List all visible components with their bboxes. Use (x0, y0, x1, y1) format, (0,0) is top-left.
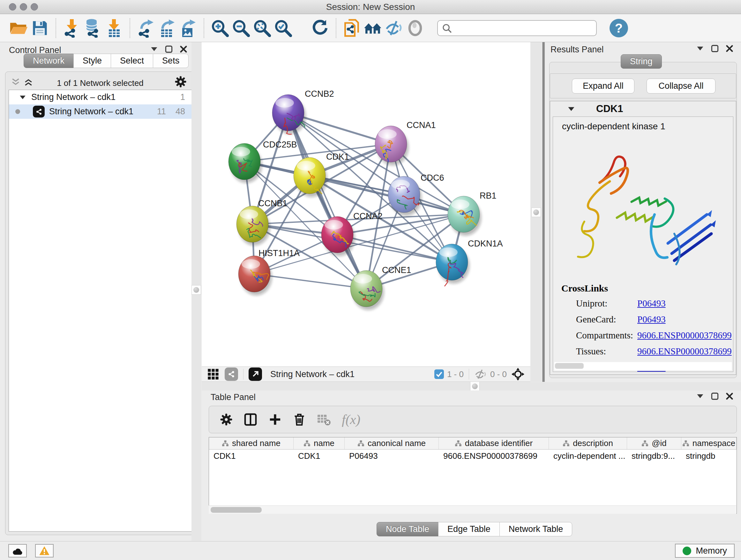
column-header-name[interactable]: name (293, 437, 345, 449)
export-table-button[interactable] (156, 17, 178, 39)
network-collection-row[interactable]: String Network – cdk1 1 (9, 90, 192, 105)
left-splitter-grip[interactable] (192, 285, 201, 295)
tab-style[interactable]: Style (73, 54, 111, 68)
network-node-CDC25B[interactable] (228, 143, 262, 183)
network-node-CCNE1[interactable] (350, 270, 384, 310)
network-row[interactable]: String Network – cdk1 11 48 (9, 105, 192, 119)
table-hscrollbar-thumb[interactable] (211, 507, 262, 513)
create-column-plus-icon[interactable] (268, 413, 282, 426)
open-session-button[interactable] (8, 17, 29, 39)
birds-eye-grid-icon[interactable] (207, 368, 219, 380)
warnings-button[interactable] (35, 544, 54, 557)
column-header-database-identifier[interactable]: database identifier (439, 437, 549, 449)
table-cell[interactable]: CDK1 (293, 449, 345, 462)
table-row[interactable]: CDK1CDK1P064939606.ENSP00000378699cyclin… (209, 449, 737, 462)
table-cell[interactable]: P06493 (345, 449, 439, 462)
network-node-CDC6[interactable] (388, 176, 421, 216)
table-cell[interactable]: CDK1 (209, 449, 293, 462)
table-settings-gear-icon[interactable] (220, 413, 232, 426)
expand-all-button[interactable]: Expand All (572, 78, 634, 94)
delete-table-icon-disabled (317, 413, 331, 426)
table-cell[interactable]: cyclin-dependent ... (549, 449, 627, 462)
panel-menu-caret-icon[interactable] (150, 46, 158, 52)
tab-edge-table[interactable]: Edge Table (438, 522, 500, 537)
panel-menu-caret-icon[interactable] (696, 46, 704, 51)
network-node-CCNA2[interactable] (321, 216, 355, 256)
search-input[interactable] (437, 20, 597, 36)
column-header-namespace[interactable]: namespace (681, 437, 737, 449)
export-image-button[interactable] (178, 17, 199, 39)
right-splitter[interactable] (530, 42, 542, 382)
import-network-file-button[interactable] (61, 17, 82, 39)
column-header-description[interactable]: description (549, 437, 627, 449)
tab-sets[interactable]: Sets (153, 54, 189, 68)
panel-menu-caret-icon[interactable] (696, 393, 704, 399)
crosslink-link[interactable]: P06493 (637, 314, 666, 325)
memory-button[interactable]: Memory (675, 544, 735, 558)
tree-expand-caret-icon[interactable] (19, 95, 26, 100)
crosslink-link[interactable]: P06493 (637, 298, 666, 309)
gene-hscrollbar[interactable] (554, 362, 732, 370)
show-columns-icon[interactable] (244, 413, 258, 427)
network-node-HIST1H1A[interactable] (239, 256, 272, 295)
network-options-gear-icon[interactable] (175, 76, 187, 88)
gene-hscrollbar-thumb[interactable] (555, 363, 584, 369)
tab-string[interactable]: String (621, 54, 662, 69)
network-view-canvas[interactable]: CCNB2CCNA1CDC25BCDK1CDC6RB1CCNB1CCNA2CDK… (202, 42, 530, 367)
column-header-@id[interactable]: @id (627, 437, 681, 449)
zoom-in-button[interactable] (209, 17, 230, 39)
table-cell[interactable]: stringdb:9... (627, 449, 681, 462)
network-node-CDK1[interactable] (293, 158, 327, 197)
export-network-button[interactable] (135, 17, 156, 39)
table-cell[interactable]: stringdb (681, 449, 737, 462)
gene-header-row[interactable]: CDK1 (550, 101, 736, 117)
function-builder-fx-icon: f(x) (342, 412, 360, 427)
import-network-database-button[interactable] (82, 17, 104, 39)
tab-network[interactable]: Network (23, 54, 74, 68)
horizontal-splitter-grip[interactable] (470, 381, 480, 391)
panel-float-icon[interactable] (711, 392, 719, 400)
table-hscrollbar[interactable] (209, 505, 736, 514)
network-view-toolbar: String Network – cdk1 1 - 0 0 - 0 (202, 367, 530, 382)
hidden-eye-slash-icon[interactable] (474, 369, 487, 380)
import-table-file-button[interactable] (104, 17, 125, 39)
network-node-RB1[interactable] (448, 196, 481, 236)
network-node-CCNB2[interactable] (272, 95, 306, 134)
network-badge-gray[interactable] (225, 368, 238, 381)
column-header-canonical-name[interactable]: canonical name (345, 437, 439, 449)
left-splitter[interactable] (192, 42, 201, 541)
enhanced-graphics-toggle-button[interactable] (384, 17, 405, 39)
network-node-CCNA1[interactable] (375, 126, 408, 165)
zoom-out-button[interactable] (230, 17, 252, 39)
panel-float-icon[interactable] (711, 45, 719, 52)
tab-select[interactable]: Select (111, 54, 153, 68)
apply-layout-button[interactable] (310, 17, 331, 39)
zoom-fit-button[interactable] (252, 17, 273, 39)
string-import-button[interactable] (341, 17, 362, 39)
panel-close-icon[interactable] (180, 45, 187, 53)
panel-close-icon[interactable] (726, 392, 733, 400)
panel-float-icon[interactable] (165, 45, 173, 53)
tab-network-table[interactable]: Network Table (499, 522, 572, 537)
crosslink-link[interactable]: 9606.ENSP00000378699 (637, 346, 732, 357)
right-splitter-grip[interactable] (531, 207, 541, 217)
horizontal-splitter[interactable] (202, 382, 741, 390)
panel-close-icon[interactable] (726, 45, 733, 52)
crosslink-link[interactable]: 9606.ENSP00000378699 (637, 330, 732, 341)
gene-collapse-caret-icon[interactable] (567, 106, 575, 112)
collapse-all-button[interactable]: Collapse All (647, 78, 716, 94)
node-position-button[interactable] (511, 368, 525, 381)
zoom-selected-button[interactable] (273, 17, 293, 39)
show-graphics-details-button[interactable] (405, 17, 426, 39)
help-button[interactable]: ? (610, 19, 628, 37)
network-node-CDKN1A[interactable] (436, 244, 469, 287)
selected-checkbox-icon[interactable] (434, 369, 444, 379)
cloud-status-button[interactable] (8, 544, 27, 557)
open-in-window-button[interactable] (249, 368, 262, 381)
save-session-button[interactable] (29, 17, 51, 39)
column-header-shared-name[interactable]: shared name (209, 437, 293, 449)
delete-column-trash-icon[interactable] (293, 413, 306, 427)
table-cell[interactable]: 9606.ENSP00000378699 (439, 449, 549, 462)
string-home-button[interactable] (362, 17, 384, 39)
tab-node-table[interactable]: Node Table (377, 522, 439, 537)
